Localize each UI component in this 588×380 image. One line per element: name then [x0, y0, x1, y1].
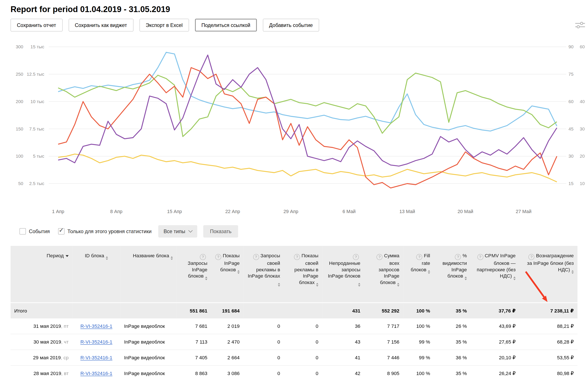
- help-icon[interactable]: ?: [529, 254, 535, 260]
- cell-requests: 7 113: [177, 334, 211, 350]
- cell-own_shows: 0: [284, 350, 322, 365]
- y-axis-right-inner-label: 45: [568, 126, 581, 131]
- cell-unsold: 42: [322, 365, 364, 380]
- y-axis-left-outer-label: 150: [7, 126, 23, 131]
- save-report-button[interactable]: Сохранить отчет: [11, 19, 62, 32]
- cell-reward: 68,28 ₽: [519, 334, 577, 350]
- y-axis-left-inner-label: 10 тыс: [23, 99, 44, 104]
- help-icon[interactable]: ?: [200, 254, 206, 260]
- help-icon[interactable]: ?: [416, 254, 423, 260]
- y-axis-right-outer-label: 20: [580, 153, 588, 159]
- row-weekday: , вт: [61, 371, 68, 376]
- sort-icon: [237, 270, 240, 274]
- column-header-label: Показы InPage блоков: [220, 253, 240, 272]
- column-header-total_requests[interactable]: ?Сумма всех запросов InPage блоков: [364, 246, 403, 303]
- help-icon[interactable]: ?: [215, 254, 221, 260]
- cell-own_requests: 0: [243, 334, 284, 350]
- block-id-link[interactable]: R-VI-352416-1: [80, 323, 112, 329]
- block-id-link[interactable]: R-VI-352416-1: [80, 371, 112, 376]
- cell-block_name: InPage видеоблок: [121, 365, 177, 380]
- cell-cpmv: 26,24 ₽: [470, 365, 519, 380]
- totals-cell-cpmv: 37,76 ₽: [470, 303, 519, 319]
- events-checkbox[interactable]: [20, 228, 26, 234]
- x-axis-tick-label: 13 Май: [392, 209, 422, 214]
- cell-shows: 2 470: [211, 334, 243, 350]
- y-axis-right-outer-label: 40: [580, 99, 588, 104]
- block-id-link[interactable]: R-VI-352416-1: [80, 355, 112, 360]
- row-date: 28 мая 2019: [33, 371, 61, 376]
- cell-total_requests: 7 156: [364, 334, 403, 350]
- show-button[interactable]: Показать: [203, 225, 238, 237]
- column-header-period[interactable]: Период: [11, 246, 73, 303]
- totals-cell-shows: 191 684: [211, 303, 243, 319]
- events-checkbox-label[interactable]: События: [29, 228, 50, 234]
- column-header-block_id[interactable]: ID блока: [72, 246, 120, 303]
- cell-requests: 7 681: [177, 319, 211, 334]
- cell-total_requests: 7 446: [364, 350, 403, 365]
- sort-icon: [513, 276, 515, 280]
- table-row: 30 мая 2019, чтR-VI-352416-1InPage видео…: [11, 334, 578, 350]
- toolbar: Сохранить отчет Сохранить как виджет Экс…: [11, 19, 319, 32]
- y-axis-right-inner-label: 60: [568, 99, 581, 104]
- help-icon[interactable]: ?: [477, 254, 483, 260]
- row-weekday: , чт: [61, 339, 69, 345]
- save-as-widget-button[interactable]: Сохранить как виджет: [68, 19, 133, 32]
- column-header-label: Непроданные запросы InPage блоков: [328, 260, 360, 279]
- chart-settings-sliders-icon[interactable]: [575, 22, 585, 28]
- y-axis-left-outer-label: 300: [7, 44, 23, 49]
- only-this-level-label[interactable]: Только для этого уровня статистики: [67, 228, 152, 234]
- only-this-level-checkbox[interactable]: [58, 228, 64, 234]
- cell-own_requests: 0: [243, 365, 284, 380]
- column-header-cpmv[interactable]: ?CPMV InPage блоков — партнерские (без Н…: [470, 246, 519, 303]
- column-header-reward[interactable]: ?Вознаграждение за InPage блоки (без НДС…: [519, 246, 577, 303]
- x-axis-tick-label: 20 Май: [450, 209, 481, 214]
- column-header-own_requests[interactable]: ?Запросы своей рекламы в InPage блоках: [243, 246, 284, 303]
- cell-block_id: R-VI-352416-1: [72, 350, 120, 365]
- cell-requests: 8 863: [177, 365, 211, 380]
- column-header-fill_rate[interactable]: ?Fill rate блоков: [403, 246, 434, 303]
- column-header-unsold[interactable]: ?Непроданные запросы InPage блоков: [322, 246, 364, 303]
- export-excel-button[interactable]: Экспорт в Excel: [140, 19, 189, 32]
- block-id-link[interactable]: R-VI-352416-1: [80, 339, 112, 345]
- cell-fill_rate: 100 %: [403, 319, 434, 334]
- cell-block_id: R-VI-352416-1: [72, 334, 120, 350]
- help-icon[interactable]: ?: [294, 254, 300, 260]
- add-event-button[interactable]: Добавить событие: [263, 19, 319, 32]
- sort-icon: [205, 276, 207, 280]
- totals-cell-unsold: 431: [322, 303, 364, 319]
- cell-visibility: 36 %: [434, 350, 470, 365]
- help-icon[interactable]: ?: [353, 254, 359, 260]
- cell-cpmv: 27,65 ₽: [470, 334, 519, 350]
- totals-cell-reward: 7 238,11 ₽: [519, 303, 577, 319]
- y-axis-left-outer-label: 50: [7, 181, 23, 186]
- chart-line-lightblue: [58, 52, 557, 131]
- cell-unsold: 41: [322, 350, 364, 365]
- help-icon[interactable]: ?: [253, 254, 259, 260]
- cell-period: 30 мая 2019, чт: [11, 334, 73, 350]
- column-header-label: Название блока: [133, 253, 169, 259]
- cell-total_requests: 7 717: [364, 319, 403, 334]
- help-icon[interactable]: ?: [376, 254, 383, 260]
- column-header-shows[interactable]: ?Показы InPage блоков: [211, 246, 243, 303]
- sort-icon: [106, 256, 108, 260]
- row-weekday: , пт: [61, 323, 69, 329]
- cell-block_name: InPage видеоблок: [121, 319, 177, 334]
- share-link-button[interactable]: Поделиться ссылкой: [195, 19, 257, 32]
- column-header-own_shows[interactable]: ?Показы своей рекламы в InPage блоках: [284, 246, 322, 303]
- cell-cpmv: 20,10 ₽: [470, 350, 519, 365]
- event-type-dropdown[interactable]: Все типы: [158, 225, 197, 237]
- y-axis-left-inner-label: 15 тыс: [23, 44, 44, 49]
- totals-cell-requests: 551 861: [177, 303, 211, 319]
- column-header-requests[interactable]: ?Запросы InPage блоков: [177, 246, 211, 303]
- column-header-visibility[interactable]: ?% видимости InPage блоков: [434, 246, 470, 303]
- row-date: 30 мая 2019: [33, 339, 61, 345]
- help-icon[interactable]: ?: [455, 254, 461, 260]
- totals-cell-total_requests: 552 292: [364, 303, 403, 319]
- cell-own_shows: 0: [284, 319, 322, 334]
- row-weekday: , ср: [61, 355, 68, 360]
- y-axis-left-inner-label: 12.5 тыс: [23, 72, 44, 77]
- column-header-block_name[interactable]: Название блока: [121, 246, 177, 303]
- x-axis-tick-label: 15 Апр: [160, 209, 189, 214]
- cell-block_id: R-VI-352416-1: [72, 365, 120, 380]
- cell-reward: 80,98 ₽: [519, 365, 577, 380]
